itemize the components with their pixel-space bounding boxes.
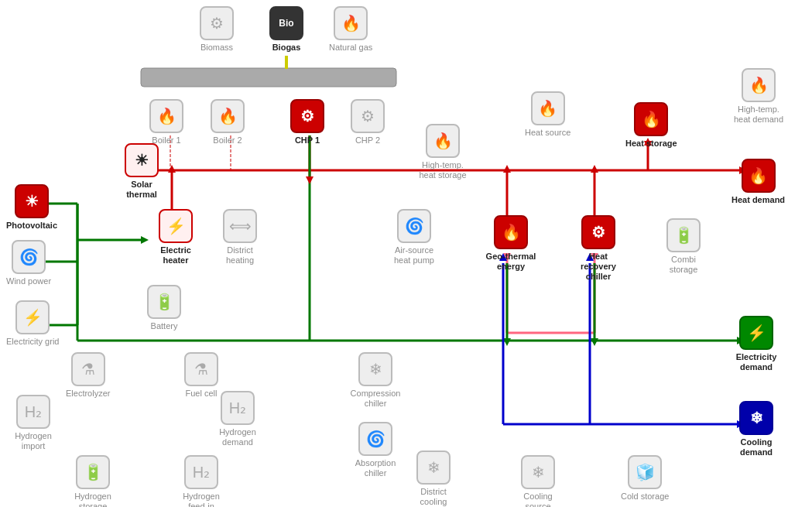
cooling-source-icon[interactable]: ❄ [521,455,555,489]
chp2-label: CHP 2 [355,135,380,146]
electricity-grid-node: ⚡ Electricity grid [6,300,59,347]
boiler2-node: 🔥 Boiler 2 [211,99,245,146]
cold-storage-icon[interactable]: 🧊 [628,455,662,489]
hydrogen-demand-label: Hydrogen demand [211,427,265,447]
high-temp-storage-icon[interactable]: 🔥 [426,124,460,158]
boiler2-icon[interactable]: 🔥 [211,99,245,133]
heat-recovery-icon[interactable]: ⚙ [581,215,615,249]
geo-thermal-node: 🔥 Geo-thermal energy [484,215,538,272]
biogas-icon[interactable]: Bio [269,6,303,40]
heat-source-icon[interactable]: 🔥 [531,91,565,125]
biomass-icon[interactable]: ⚙ [200,6,234,40]
electricity-demand-icon[interactable]: ⚡ [739,316,773,350]
compression-chiller-label: Compression chiller [348,389,403,409]
cooling-source-label: Cooling source [511,492,565,507]
wind-power-node: 🌀 Wind power [6,240,51,286]
wind-power-label: Wind power [6,276,51,286]
solar-thermal-icon[interactable]: ☀ [125,143,159,177]
hydrogen-storage-icon[interactable]: 🔋 [76,455,110,489]
cooling-demand-icon[interactable]: ❄ [739,401,773,435]
chp1-label: CHP 1 [295,135,320,146]
wind-power-icon[interactable]: 🌀 [12,240,46,274]
chp2-node: ⚙ CHP 2 [351,99,385,146]
absorption-chiller-icon[interactable]: 🌀 [358,422,392,456]
high-temp-storage-label: High-temp. heat storage [416,160,470,180]
absorption-chiller-node: 🌀 Absorption chiller [348,422,403,478]
cold-storage-node: 🧊 Cold storage [621,455,669,502]
electrolyzer-icon[interactable]: ⚗ [71,352,105,386]
fuel-cell-icon[interactable]: ⚗ [184,352,218,386]
boiler1-icon[interactable]: 🔥 [149,99,183,133]
svg-marker-44 [168,165,176,173]
chp1-node: ⚙ CHP 1 [290,99,324,146]
geo-thermal-icon[interactable]: 🔥 [494,215,528,249]
high-temp-demand-icon[interactable]: 🔥 [742,68,776,102]
svg-rect-0 [141,68,396,87]
photovoltaic-icon[interactable]: ☀ [15,184,49,218]
natural-gas-icon[interactable]: 🔥 [334,6,368,40]
electric-heater-icon[interactable]: ⚡ [159,209,193,243]
natural-gas-label: Natural gas [329,43,372,53]
chp2-icon[interactable]: ⚙ [351,99,385,133]
air-source-hp-icon[interactable]: 🌀 [397,209,431,243]
district-heating-node: ⟺ District heating [213,209,267,265]
heat-recovery-label: Heat recovery chiller [571,252,625,283]
heat-recovery-node: ⚙ Heat recovery chiller [571,215,625,283]
heat-storage-node: 🔥 Heat storage [625,102,677,149]
electrolyzer-node: ⚗ Electrolyzer [66,352,110,399]
chp1-icon[interactable]: ⚙ [290,99,324,133]
electricity-grid-icon[interactable]: ⚡ [15,300,50,334]
biogas-label: Biogas [272,43,301,53]
heat-storage-label: Heat storage [625,139,677,149]
heat-storage-icon[interactable]: 🔥 [634,102,668,136]
hydrogen-demand-node: H₂ Hydrogen demand [211,391,265,447]
cooling-demand-node: ❄ Cooling demand [729,401,783,457]
hydrogen-demand-icon[interactable]: H₂ [221,391,255,425]
district-cooling-label: District cooling [406,487,461,507]
biogas-node: Bio Biogas [269,6,303,53]
combi-storage-icon[interactable]: 🔋 [666,218,701,252]
air-source-hp-node: 🌀 Air-source heat pump [387,209,441,265]
compression-chiller-icon[interactable]: ❄ [358,352,392,386]
air-source-hp-label: Air-source heat pump [387,245,441,265]
solar-thermal-label: Solar thermal [115,180,169,200]
boiler1-node: 🔥 Boiler 1 [149,99,183,146]
hydrogen-import-node: H₂ Hydrogen import [6,395,60,451]
high-temp-demand-node: 🔥 High-temp. heat demand [731,68,786,125]
hydrogen-import-icon[interactable]: H₂ [16,395,50,429]
cooling-demand-label: Cooling demand [729,437,783,457]
hydrogen-feedin-icon[interactable]: H₂ [184,455,218,489]
combi-storage-label: Combi storage [656,255,711,275]
battery-node: 🔋 Battery [147,285,181,331]
district-cooling-icon[interactable]: ❄ [416,450,451,485]
hydrogen-feedin-label: Hydrogen feed-in [174,492,228,507]
hydrogen-feedin-node: H₂ Hydrogen feed-in [174,455,228,507]
battery-icon[interactable]: 🔋 [147,285,181,319]
battery-label: Battery [151,321,178,331]
biomass-label: Biomass [200,43,233,53]
district-heating-label: District heating [213,245,267,265]
combi-storage-node: 🔋 Combi storage [656,218,711,275]
boiler2-label: Boiler 2 [213,135,242,146]
high-temp-storage-node: 🔥 High-temp. heat storage [416,124,470,180]
district-cooling-node: ❄ District cooling [406,450,461,507]
heat-demand-node: 🔥 Heat demand [731,159,785,205]
heat-source-node: 🔥 Heat source [525,91,570,138]
svg-marker-11 [503,165,511,173]
biomass-node: ⚙ Biomass [200,6,234,53]
hydrogen-storage-node: 🔋 Hydrogen storage [66,455,120,507]
electricity-demand-label: Electricity demand [729,352,783,372]
energy-flow-diagram: ⚙ Biomass Bio Biogas 🔥 Natural gas 🔥 Boi… [0,0,812,507]
cooling-source-node: ❄ Cooling source [511,455,565,507]
photovoltaic-node: ☀ Photovoltaic [6,184,57,231]
electrolyzer-label: Electrolyzer [66,389,110,399]
photovoltaic-label: Photovoltaic [6,221,57,231]
hydrogen-import-label: Hydrogen import [6,431,60,451]
electric-heater-node: ⚡ Electric heater [149,209,203,265]
natural-gas-node: 🔥 Natural gas [329,6,372,53]
district-heating-icon[interactable]: ⟺ [223,209,257,243]
heat-demand-label: Heat demand [731,195,785,205]
svg-marker-40 [306,176,313,184]
heat-demand-icon[interactable]: 🔥 [742,159,776,193]
svg-marker-31 [591,338,598,346]
